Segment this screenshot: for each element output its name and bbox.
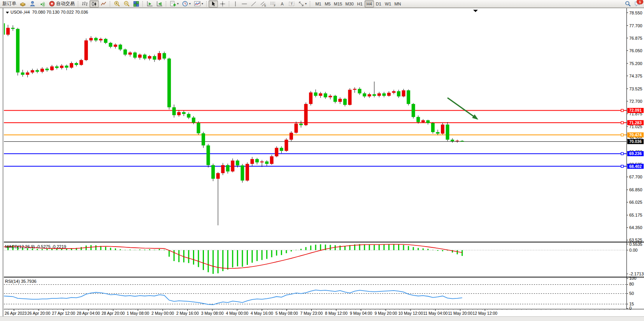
horizontal-lines [4, 109, 626, 168]
candle [104, 38, 107, 44]
line-anchor-handle[interactable] [621, 109, 623, 112]
tf-button-MN[interactable]: MN [393, 0, 402, 7]
svg-text:69.236: 69.236 [629, 151, 642, 156]
horizontal-line-tool-button[interactable] [240, 0, 249, 7]
metaeditor-button[interactable] [28, 0, 37, 7]
new-order-label: 新订单 [2, 0, 16, 7]
tf-button-D1[interactable]: D1 [374, 0, 383, 7]
symbol-dropdown-icon[interactable] [6, 12, 9, 14]
time-axis-label: 26 Apr 20:00 [27, 311, 51, 316]
candle [270, 155, 274, 165]
candle [226, 164, 230, 174]
crosshair-icon [219, 1, 226, 7]
zoom-in-button[interactable] [112, 0, 122, 7]
candle [94, 37, 98, 42]
time-axis-label: 10 May 12:00 [398, 311, 423, 316]
chart-canvas[interactable]: 78.55077.70076.87576.05075.20074.37573.5… [4, 8, 644, 316]
svg-text:66.025: 66.025 [629, 200, 642, 205]
text-tool-button[interactable]: A [278, 0, 287, 7]
svg-text:67.700: 67.700 [629, 175, 642, 179]
annotation-arrow [447, 98, 478, 120]
fibonacci-tool-button[interactable]: F [268, 0, 278, 7]
chart-shift-button[interactable] [154, 0, 164, 7]
candle [148, 55, 151, 60]
indicators-icon [194, 0, 201, 7]
candle [372, 81, 376, 97]
bar-chart-mode-button[interactable] [80, 0, 89, 7]
candle [328, 94, 332, 99]
candle [163, 51, 166, 60]
time-axis-label: 12 May 12:00 [472, 311, 497, 316]
candle [451, 138, 454, 143]
candle [343, 98, 347, 106]
candle [177, 110, 181, 116]
svg-text:68.402: 68.402 [629, 164, 642, 169]
candle [446, 122, 449, 141]
trendline-tool-button[interactable] [249, 0, 258, 7]
tf-button-W1[interactable]: W1 [383, 0, 393, 7]
tf-button-M1[interactable]: M1 [314, 0, 323, 7]
line-anchor-handle[interactable] [621, 122, 623, 124]
time-axis-label: 11 May 04:00 [423, 311, 447, 316]
tf-button-H1[interactable]: H1 [355, 0, 365, 7]
chart-symbol-ohlc: USOil-,H4 70.080 70.130 70.022 70.036 [11, 10, 88, 14]
search-icon[interactable] [625, 0, 631, 7]
tf-button-M5[interactable]: M5 [323, 0, 332, 7]
crosshair-tool-button[interactable] [218, 0, 227, 7]
time-axis[interactable]: 26 Apr 202326 Apr 20:0027 Apr 12:0028 Ap… [4, 309, 624, 316]
new-chart-button[interactable]: ▾ [168, 0, 180, 7]
candle [275, 146, 278, 157]
order-book-button[interactable] [18, 0, 28, 7]
new-order-button[interactable]: 新订单 [1, 0, 18, 7]
candlestick-mode-button[interactable] [89, 0, 99, 7]
arrows-tool-button[interactable]: ▾ [297, 0, 308, 7]
candle [295, 122, 298, 134]
candle [324, 92, 327, 99]
line-anchor-handle[interactable] [621, 152, 623, 155]
notifications-button[interactable]: 1 [634, 0, 641, 7]
svg-text:78.550: 78.550 [629, 11, 642, 15]
zoom-out-button[interactable] [122, 0, 132, 7]
svg-text:A: A [281, 2, 284, 6]
periods-button[interactable]: ▾ [180, 0, 192, 7]
text-a-icon: A [279, 1, 285, 7]
candle [21, 70, 25, 77]
window-bottom-strip [0, 316, 644, 321]
svg-text:73.525: 73.525 [629, 86, 642, 91]
chart-shift-marker-icon[interactable] [473, 10, 478, 12]
tf-button-M30[interactable]: M30 [344, 0, 355, 7]
svg-text:70.474: 70.474 [629, 132, 642, 137]
text-label-tool-button[interactable]: T [287, 0, 297, 7]
line-chart-mode-button[interactable] [99, 0, 108, 7]
candle [397, 90, 400, 98]
signal-icon [39, 0, 46, 7]
autoscroll-button[interactable] [145, 0, 154, 7]
line-anchor-handle[interactable] [621, 134, 623, 136]
candle [246, 162, 249, 182]
indicators-button[interactable]: ▾ [192, 0, 205, 7]
cursor-tool-button[interactable] [209, 0, 218, 7]
tf-button-H4[interactable]: H4 [365, 0, 374, 7]
macd-pane: 0.55350.00-2.1713 [4, 242, 644, 276]
svg-text:64.350: 64.350 [629, 225, 642, 230]
candle [109, 42, 112, 48]
vertical-line-tool-button[interactable] [231, 0, 240, 7]
candle [387, 91, 391, 97]
signals-button[interactable] [37, 0, 47, 7]
candle [6, 25, 10, 36]
candle [99, 38, 103, 42]
line-anchor-handle[interactable] [621, 165, 623, 168]
candle [31, 69, 34, 74]
candle [309, 91, 312, 105]
candle [353, 87, 356, 93]
tf-button-M15[interactable]: M15 [332, 0, 344, 7]
caret-down-icon: ▾ [305, 2, 307, 5]
candle [50, 65, 54, 71]
trend-arrow[interactable] [447, 98, 477, 119]
tile-windows-button[interactable] [132, 0, 141, 7]
equidistant-channel-tool-button[interactable]: E [258, 0, 268, 7]
time-axis-label: 2 May 16:00 [176, 311, 199, 316]
candle [143, 53, 146, 60]
time-axis-label: 26 Apr 2023 [5, 311, 27, 316]
autotrading-button[interactable]: 自动交易 [47, 0, 76, 7]
